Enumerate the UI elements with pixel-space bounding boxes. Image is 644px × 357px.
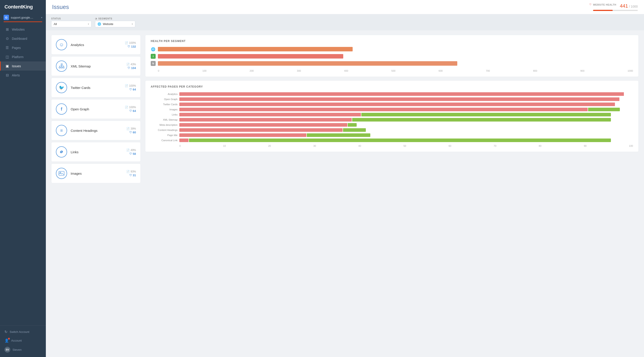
svg-rect-2 [63, 67, 64, 68]
switch-account-button[interactable]: ↻ Switch Account [0, 328, 46, 336]
sidebar-item-platform[interactable]: ◫ Platform [0, 52, 46, 61]
heart-icon: ♡ [129, 174, 132, 177]
category-row: Meta description [151, 123, 633, 127]
segment-bar [158, 47, 353, 51]
website-health-widget: ♡ WEBSITE HEALTH 441 / 1000 [589, 3, 638, 11]
segments-value: Website [103, 22, 113, 26]
account-icon: G [4, 15, 9, 20]
issue-health: ♡ 64 [129, 109, 136, 113]
category-axis: 0 10 20 30 40 50 60 70 80 90 100 [151, 145, 633, 147]
segments-filter-group: ◔ SEGMENTS 🌐 Website ▾ [95, 17, 135, 27]
issue-card-images[interactable]: Images 📄 93% ♡ 31 [51, 164, 141, 183]
issue-name: Links [71, 150, 123, 154]
segment-row-i: I [151, 54, 633, 59]
health-chart-title: HEALTH PER SEGMENT [151, 39, 633, 43]
category-bars [179, 133, 633, 137]
category-name: Page title [151, 134, 178, 136]
status-value: All [54, 22, 57, 26]
category-row: Twitter Cards [151, 102, 633, 106]
issue-stats: 📄 93% ♡ 31 [126, 170, 136, 177]
top-bar: Issues ♡ WEBSITE HEALTH 441 / 1000 [46, 0, 644, 14]
sidebar: ContentKing G support.google.... ▾ ⊞ Web… [0, 0, 46, 357]
links-icon [56, 146, 67, 157]
pages-icon: 📄 [125, 41, 128, 44]
issues-icon: ▣ [5, 64, 9, 68]
issue-health: ♡ 58 [129, 152, 136, 155]
globe-segment-label: 🌐 [151, 47, 156, 52]
issue-name: Images [71, 172, 123, 175]
issue-name: Analytics [71, 43, 121, 47]
issue-card-twitter[interactable]: 🐦 Twitter Cards 📄 100% ♡ 64 [51, 78, 141, 97]
sidebar-item-label: Dashboard [12, 37, 27, 40]
sidebar-item-pages[interactable]: ☰ Pages [0, 43, 46, 52]
sidebar-item-alerts[interactable]: ⊟ Alerts [0, 71, 46, 80]
category-name: Content Headings [151, 129, 178, 131]
content-headings-icon: ≡ [56, 125, 67, 136]
category-name: Meta description [151, 124, 178, 126]
category-bars [179, 97, 633, 101]
issue-card-links[interactable]: Links 📄 49% ♡ 58 [51, 142, 141, 162]
svg-rect-0 [61, 64, 62, 65]
category-row: Canonical Link [151, 138, 633, 142]
status-filter-group: STATUS All ▾ [51, 17, 92, 27]
issue-health: ♡ 132 [128, 45, 136, 48]
sidebar-item-issues[interactable]: ▣ Issues [0, 61, 46, 71]
issue-stats: 📄 100% ♡ 132 [125, 41, 136, 48]
pie-chart-icon: ◔ [95, 17, 97, 20]
account-name: support.google.... [11, 16, 39, 19]
heart-icon: ♡ [129, 152, 132, 155]
issue-card-content-headings[interactable]: ≡ Content Headings 📄 39% ♡ 60 [51, 121, 141, 140]
category-bars [179, 128, 633, 132]
issue-pages: 📄 49% [126, 149, 136, 152]
account-label: Account [11, 339, 22, 342]
pages-icon: 📄 [125, 106, 128, 109]
bar-red [179, 118, 352, 121]
account-settings-button[interactable]: 👤 Account [0, 336, 46, 345]
issue-card-open-graph[interactable]: f Open Graph 📄 100% ♡ 64 [51, 99, 141, 119]
heart-icon: ♡ [129, 109, 132, 113]
svg-rect-3 [61, 67, 62, 68]
bar-green [348, 123, 357, 127]
sidebar-item-websites[interactable]: ⊞ Websites [0, 25, 46, 34]
heart-icon: ♡ [589, 3, 592, 6]
issue-name: XML Sitemap [71, 64, 123, 68]
issue-card-xml-sitemap[interactable]: XML Sitemap 📄 43% ♡ 104 [51, 56, 141, 76]
category-bars [179, 123, 633, 127]
sidebar-item-dashboard[interactable]: ⊙ Dashboard [0, 34, 46, 43]
issue-card-analytics[interactable]: ☺ Analytics 📄 100% ♡ 132 [51, 35, 141, 54]
issue-stats: 📄 43% ♡ 104 [126, 63, 136, 70]
filters-bar: STATUS All ▾ ◔ SEGMENTS 🌐 Website ▾ [46, 14, 644, 30]
i-segment-label: I [151, 54, 156, 59]
issue-pages: 📄 100% [125, 41, 136, 44]
account-selector[interactable]: G support.google.... ▾ [0, 13, 46, 20]
issue-name: Twitter Cards [71, 86, 121, 90]
segment-row-n: N [151, 61, 633, 66]
health-label: ♡ WEBSITE HEALTH [589, 3, 616, 6]
issue-pages: 📄 100% [125, 106, 136, 109]
websites-icon: ⊞ [5, 27, 9, 31]
category-bars [179, 113, 633, 116]
status-select[interactable]: All ▾ [51, 21, 92, 27]
sidebar-item-label: Issues [12, 64, 21, 68]
pages-icon: ☰ [5, 45, 9, 50]
bar-red [179, 108, 588, 111]
analytics-icon: ☺ [56, 39, 67, 50]
issue-stats: 📄 39% ♡ 60 [126, 127, 136, 134]
xml-sitemap-icon [56, 60, 67, 72]
issue-stats: 📄 49% ♡ 58 [126, 149, 136, 155]
category-chart: Analytics Open Graph Twitter Cards [151, 92, 633, 147]
segments-select[interactable]: 🌐 Website ▾ [95, 21, 135, 27]
segment-bar-container [158, 61, 633, 66]
bar-green [189, 138, 611, 142]
bar-red [179, 138, 188, 142]
bar-green [307, 133, 370, 137]
category-chart-title: AFFECTED PAGES PER CATEGORY [151, 85, 633, 88]
alerts-icon: ⊟ [5, 73, 9, 77]
issue-pages: 📄 93% [126, 170, 136, 173]
category-row: Images [151, 108, 633, 111]
category-name: XML Sitemap [151, 118, 178, 121]
status-filter-label: STATUS [51, 17, 92, 20]
app-logo: ContentKing [0, 0, 46, 13]
heart-icon: ♡ [129, 88, 132, 91]
user-name: Steven [12, 348, 22, 352]
